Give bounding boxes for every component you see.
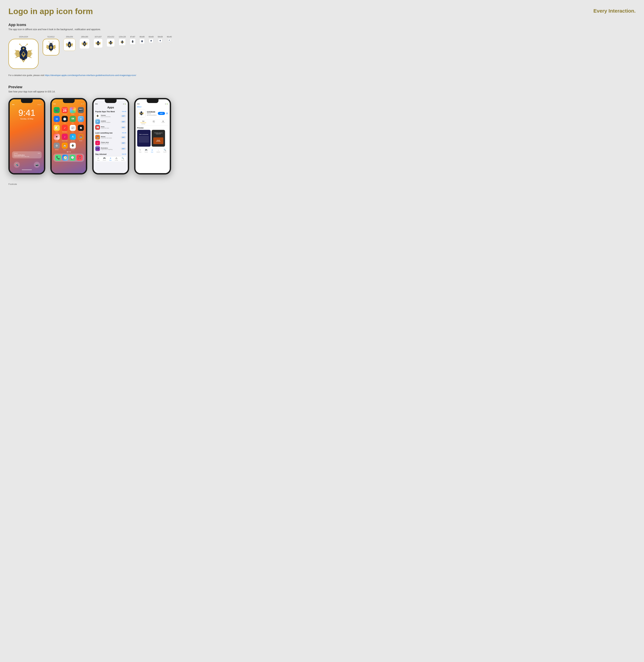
home-app-itunes[interactable]: ♪ iTunes Store xyxy=(61,134,68,141)
home-app-notes[interactable]: 📝 Notes xyxy=(53,125,60,132)
app-icons-section: App Icons The app icon in diffrent size … xyxy=(8,23,636,76)
dock-safari[interactable]: 🧭 xyxy=(62,155,68,161)
bug-icon-large xyxy=(10,41,37,67)
appstore-app-weather: ☀ weather check the weather GET xyxy=(95,119,126,124)
svg-point-43 xyxy=(84,41,86,43)
home-app-settings[interactable]: ⚙ Settings xyxy=(53,143,60,150)
home-dock: 📞 🧭 💬 🎵 xyxy=(53,154,84,162)
home-app-reminders[interactable]: ✓ Reminders xyxy=(61,125,68,132)
phone-homescreen: 9:41 ▪▪▪ 🔋 📹 FaceTime November 28 xyxy=(50,98,87,175)
bug-icon-40 xyxy=(168,39,170,41)
svg-point-89 xyxy=(169,40,169,41)
detail-updates-icon: ↓ xyxy=(158,149,159,151)
home-app-appstore[interactable]: A App Store xyxy=(69,134,76,141)
home-app-mail[interactable]: ✉ Mail xyxy=(53,116,60,123)
icon-size-87: 87x87 xyxy=(130,36,136,44)
home-app-calendar[interactable]: November 28 Calendar xyxy=(61,107,68,115)
svg-point-13 xyxy=(27,44,28,45)
home-dot-1 xyxy=(67,152,68,152)
bug-icon-152 xyxy=(107,39,114,46)
dock-phone[interactable]: 📞 xyxy=(55,155,61,161)
dock-messages-icon: 💬 xyxy=(69,155,75,161)
home-app-camera[interactable]: 📷 Camera xyxy=(77,107,84,115)
detail-apps-icon: ≡ xyxy=(152,149,153,151)
home-app-clock[interactable]: 🕐 Clock xyxy=(61,116,68,123)
learn-see-all[interactable]: See All xyxy=(122,132,126,134)
reminders-get-btn[interactable]: GET xyxy=(121,147,126,150)
icon-size-1024: 1024x1024 xyxy=(8,36,39,69)
calendar-icon: November 28 xyxy=(62,107,68,113)
size-guide-link[interactable]: https://developer.apple.com/design/human… xyxy=(45,74,136,76)
icon-label-152: 152x152 xyxy=(107,36,114,38)
gooran-get-btn[interactable]: GET xyxy=(121,115,126,117)
appstore-learn-title: Learn something new See All xyxy=(95,132,126,134)
home-app-home[interactable]: 🏠 Home xyxy=(61,143,68,150)
icon-box-80 xyxy=(140,39,144,44)
lock-bottom-icons: 🔦 📷 xyxy=(12,162,42,168)
home-app-news[interactable]: 📰 News xyxy=(69,125,76,132)
icon-box-87 xyxy=(130,39,136,44)
appstore-signal: ▪▪▪ 🔋 xyxy=(123,104,126,105)
svg-point-77 xyxy=(132,40,133,41)
ibooks-get-btn[interactable]: GET xyxy=(121,136,126,139)
screenshot-dark-bg: Men's accessories xyxy=(137,130,151,146)
svg-point-95 xyxy=(97,115,98,115)
icon-box-58 xyxy=(158,39,162,42)
home-app-gooran[interactable]: Gooran xyxy=(69,143,76,150)
games-tab-icon: 🎮 xyxy=(103,157,106,159)
home-app-health[interactable]: ♥ Health xyxy=(53,134,60,141)
section-gap-2 xyxy=(95,152,126,153)
detail-tab-games[interactable]: 🎮 Games xyxy=(144,149,148,153)
appstore-news-info: News check the news xyxy=(101,126,120,129)
dock-messages[interactable]: 💬 xyxy=(69,155,75,161)
appdetail-get-btn[interactable]: GET xyxy=(158,112,165,115)
itunes-get-btn[interactable]: GET xyxy=(121,142,126,144)
tab-apps[interactable]: ≡ Apps xyxy=(109,157,112,161)
section-gap-1 xyxy=(95,131,126,132)
appdetail-info: GOORAN MEN'S ACCESSORIES xyxy=(147,111,157,116)
dock-music[interactable]: 🎵 xyxy=(77,155,83,161)
svg-point-81 xyxy=(142,40,142,41)
icon-size-120: 120x120 xyxy=(119,36,126,45)
tab-search[interactable]: 🔍 Search xyxy=(121,157,124,161)
appstore-popular-title: Popular Apps This Week See All xyxy=(95,111,126,113)
icon-box-512 xyxy=(43,39,60,55)
phones-row: 9:41 ▪▪▪ ᵾ 🔋 9:41 Sunday, 16 May Gooran … xyxy=(8,98,636,175)
icon-box-1024 xyxy=(8,39,39,69)
stat-chart: #1 CHART xyxy=(161,120,165,124)
dock-music-icon: 🎵 xyxy=(77,155,83,161)
informed-see-all[interactable]: See All xyxy=(122,153,126,155)
news-get-btn[interactable]: GET xyxy=(121,126,126,129)
home-app-ibooks[interactable]: 📚 iBooks xyxy=(77,134,84,141)
detail-tab-updates[interactable]: ↓ Updates xyxy=(157,149,160,153)
bug-icon-60 xyxy=(150,39,153,42)
icon-size-256: 256x256 xyxy=(63,36,75,51)
screenshot-2-label: A flexible shopping experience xyxy=(153,132,164,134)
appdetail-share-icon[interactable]: ⬆ xyxy=(166,112,168,115)
icon-box-167 xyxy=(94,39,102,48)
home-status-bar: 9:41 ▪▪▪ 🔋 xyxy=(53,104,84,105)
screenshot-1: Men's accessories xyxy=(137,130,151,146)
popular-see-all[interactable]: See All xyxy=(122,111,126,113)
detail-tab-search[interactable]: 🔍 Search xyxy=(163,149,166,153)
lockscreen-screen: 9:41 ▪▪▪ ᵾ 🔋 9:41 Sunday, 16 May Gooran … xyxy=(10,99,44,173)
home-app-stocks[interactable]: 📈 Stocks xyxy=(77,125,84,132)
detail-tab-apps[interactable]: ≡ Apps xyxy=(151,149,153,153)
icon-label-512: 512x512 xyxy=(47,36,54,38)
tab-today[interactable]: ☀ Today xyxy=(97,157,100,161)
home-app-photos[interactable]: Photos xyxy=(69,107,76,115)
tab-arcade[interactable]: 🕹 Arcade xyxy=(115,157,118,161)
appstore-gooran-icon xyxy=(95,114,100,118)
back-to-apps-btn[interactable]: ◀ Apps xyxy=(137,106,141,108)
weather-get-btn[interactable]: GET xyxy=(121,120,126,123)
bug-icon-80 xyxy=(140,39,144,43)
home-app-facetime[interactable]: 📹 FaceTime xyxy=(53,107,60,115)
tab-games[interactable]: 🎮 Games xyxy=(103,157,106,161)
detail-tab-today[interactable]: ☀ Today xyxy=(139,149,141,153)
home-app-maps[interactable]: 🗺 Maps xyxy=(69,116,76,123)
icon-size-152: 152x152 xyxy=(107,36,115,47)
health-icon: ♥ xyxy=(54,134,60,140)
home-app-weather[interactable]: ☀ Weather xyxy=(77,116,84,123)
appstore-title: Apps xyxy=(95,106,126,109)
svg-point-53 xyxy=(97,41,99,42)
